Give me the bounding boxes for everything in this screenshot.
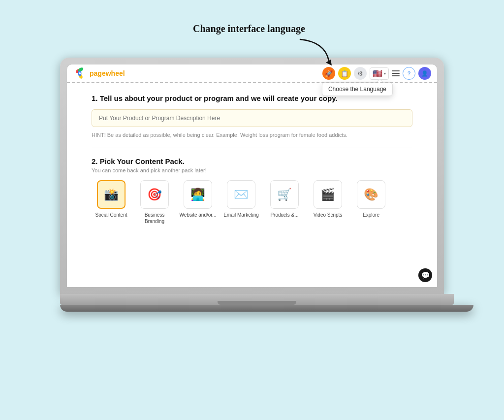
gear-button[interactable]: ⚙ [354, 67, 367, 80]
scene: Change interface language [40, 18, 464, 402]
app-header: pagewheel 🚀 📋 ⚙ 🇺🇸 ▾ [67, 65, 437, 83]
chevron-down-icon: ▾ [384, 71, 386, 76]
pack-label-6: Explore [363, 212, 379, 218]
laptop: pagewheel 🚀 📋 ⚙ 🇺🇸 ▾ [60, 58, 444, 314]
pack-item-4[interactable]: 🛒 Products &... [265, 180, 304, 225]
pack-label-0: Social Content [95, 212, 127, 218]
user-button[interactable]: 👤 [418, 67, 431, 80]
language-button[interactable]: 🇺🇸 ▾ [370, 67, 389, 80]
logo-text: pagewheel [90, 69, 125, 77]
pack-item-5[interactable]: 🎬 Video Scripts [308, 180, 347, 225]
pack-item-3[interactable]: ✉️ Email Marketing [221, 180, 261, 225]
pack-label-2: Website and/or... [180, 212, 217, 218]
annotation-text: Change interface language [193, 23, 305, 34]
clipboard-button[interactable]: 📋 [338, 67, 351, 80]
pack-icon-2: 👩‍💻 [184, 180, 212, 209]
pack-icon-6: 🎨 [357, 180, 385, 209]
annotation: Change interface language [193, 23, 305, 34]
app-content: 1. Tell us about your product or program… [67, 83, 437, 287]
laptop-lid: pagewheel 🚀 📋 ⚙ 🇺🇸 ▾ [60, 58, 444, 294]
pack-item-1[interactable]: 🎯 Business Branding [135, 180, 174, 225]
hint-text: HINT! Be as detailed as possible, while … [92, 131, 412, 139]
content-packs: 📸 Social Content 🎯 Business Branding 👩‍💻… [92, 180, 412, 225]
section-2-heading: 2. Pick Your Content Pack. [92, 157, 412, 165]
logo-page: page [90, 69, 106, 77]
pack-label-5: Video Scripts [314, 212, 343, 218]
rocket-button[interactable]: 🚀 [322, 67, 335, 80]
section-1: 1. Tell us about your product or program… [92, 93, 412, 139]
header-icons: 🚀 📋 ⚙ 🇺🇸 ▾ ? 👤 [322, 67, 431, 80]
pack-item-6[interactable]: 🎨 Explore [351, 180, 391, 225]
pack-label-1: Business Branding [135, 212, 174, 225]
tooltip-text: Choose the Language [328, 86, 386, 93]
pack-icon-1: 🎯 [140, 180, 169, 209]
pack-icon-5: 🎬 [314, 180, 342, 209]
pack-icon-4: 🛒 [270, 180, 299, 209]
laptop-screen: pagewheel 🚀 📋 ⚙ 🇺🇸 ▾ [67, 65, 437, 287]
flag-icon: 🇺🇸 [373, 69, 382, 78]
pack-item-0[interactable]: 📸 Social Content [92, 180, 131, 225]
pack-label-4: Products &... [270, 212, 298, 218]
product-description-input[interactable] [92, 109, 412, 127]
annotation-arrow [295, 37, 335, 68]
logo-wheel: wheel [106, 69, 125, 77]
section-2: 2. Pick Your Content Pack. You can come … [92, 157, 412, 225]
menu-button[interactable] [392, 70, 400, 76]
section-divider [92, 148, 412, 148]
pinwheel-logo-icon [73, 66, 87, 80]
laptop-base [60, 294, 454, 305]
language-tooltip: Choose the Language [322, 82, 393, 96]
help-button[interactable]: ? [403, 67, 415, 80]
logo-area: pagewheel [73, 66, 322, 80]
svg-point-5 [79, 72, 81, 74]
section-2-subtext: You can come back and pick another pack … [92, 167, 412, 173]
pack-label-3: Email Marketing [223, 212, 259, 218]
chat-button[interactable]: 💬 [418, 268, 432, 282]
screen-bezel: pagewheel 🚀 📋 ⚙ 🇺🇸 ▾ [67, 65, 437, 287]
pack-icon-0: 📸 [97, 180, 126, 209]
pack-item-2[interactable]: 👩‍💻 Website and/or... [178, 180, 218, 225]
laptop-foot [60, 305, 473, 312]
pack-icon-3: ✉️ [227, 180, 255, 209]
